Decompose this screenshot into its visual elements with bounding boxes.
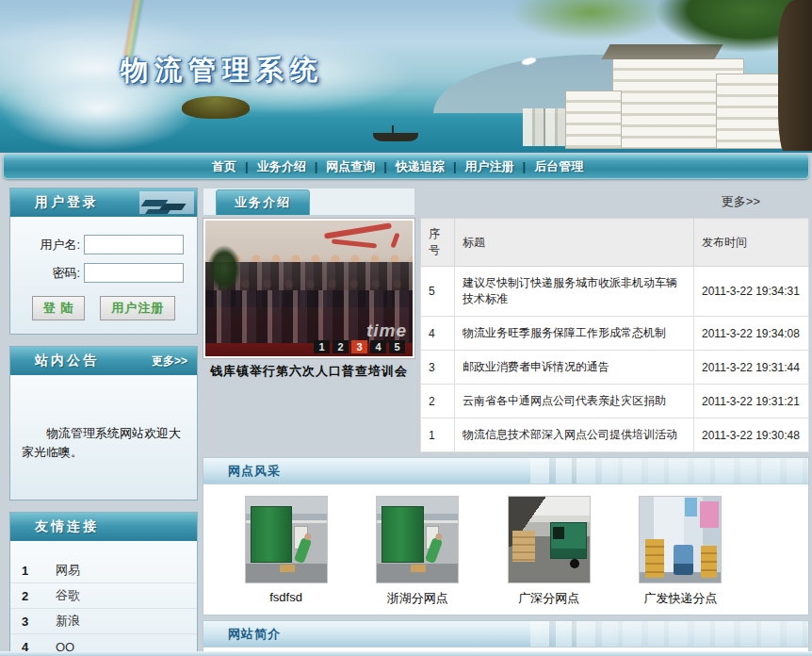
- news-id: 4: [421, 317, 455, 351]
- scenic-header-image: [530, 621, 808, 647]
- nav-item-home[interactable]: 首页: [203, 158, 245, 175]
- news-time: 2011-3-22 19:34:08: [694, 317, 809, 351]
- calligraphy-stroke: [324, 222, 392, 238]
- table-row: 2 云南省各中通网点公司代表亲赴灾区捐助 2011-3-22 19:31:21: [421, 385, 809, 418]
- news-more-link[interactable]: 更多>>: [722, 193, 760, 210]
- branch-photo-thumbnail[interactable]: [376, 496, 459, 583]
- carousel-caption[interactable]: 钱库镇举行第六次人口普查培训会: [203, 359, 415, 384]
- rooftop-decoration-image: [139, 191, 194, 214]
- nav-item-express-tracking[interactable]: 快递追踪: [387, 158, 453, 175]
- house-shape: [716, 74, 782, 149]
- table-header-row: 序号 标题 发布时间: [421, 219, 809, 267]
- nav-item-user-register[interactable]: 用户注册: [457, 158, 523, 175]
- link-index: 1: [10, 564, 56, 578]
- sign-shape: [700, 501, 719, 528]
- gallery-caption[interactable]: 广深分网点: [518, 590, 579, 607]
- gallery-body: fsdfsd 浙湖分网点: [203, 484, 808, 615]
- list-item: 广深分网点: [489, 496, 609, 607]
- gallery-caption[interactable]: 广发快递分点: [643, 590, 717, 607]
- branch-photo-thumbnail[interactable]: [508, 496, 591, 583]
- boxes-shape: [512, 531, 535, 562]
- news-table-container: 序号 标题 发布时间 5 建议尽快制订快递服务城市收派非机动车辆技术标准 201…: [420, 218, 809, 452]
- links-panel-title: 友情连接: [20, 518, 99, 535]
- carousel-page-3-active[interactable]: 3: [351, 340, 367, 353]
- table-row: 4 物流业务旺季服务保障工作形成常态机制 2011-3-22 19:34:08: [421, 317, 809, 351]
- news-id: 2: [421, 385, 455, 418]
- sign-shape: [685, 498, 698, 517]
- notice-panel: 站内公告 更多>> 物流管理系统网站欢迎大家光临噢。: [9, 346, 198, 500]
- photo-carousel: time 1 2 3 4 5 钱库镇举行第六次人口普查培训会: [203, 218, 415, 452]
- col-header-title: 标题: [455, 219, 694, 267]
- carousel-pagination: 1 2 3 4 5: [314, 340, 405, 353]
- page-content: 用户登录 用户名: 密码: 登 陆 用户注册 站内公告: [0, 181, 812, 656]
- gallery-section-header: 网点风采: [203, 458, 808, 484]
- username-label: 用户名:: [24, 237, 80, 254]
- nav-item-business-intro[interactable]: 业务介绍: [249, 158, 315, 175]
- list-item: 2 谷歌: [10, 583, 197, 609]
- about-section-title: 网站简介: [203, 626, 281, 643]
- password-row: 密码:: [18, 263, 189, 283]
- table-row: 5 建议尽快制订快递服务城市收派非机动车辆技术标准 2011-3-22 19:3…: [421, 267, 809, 317]
- link-index: 3: [10, 615, 56, 629]
- wheel-shape: [570, 559, 579, 568]
- gallery-caption[interactable]: 浙湖分网点: [387, 590, 448, 607]
- scenic-header-image: [530, 458, 808, 484]
- news-title-link[interactable]: 邮政业消费者申诉情况的通告: [455, 351, 694, 385]
- news-title-link[interactable]: 建议尽快制订快递服务城市收派非机动车辆技术标准: [455, 267, 694, 317]
- news-time: 2011-3-22 19:30:48: [694, 418, 809, 452]
- carousel-page-1[interactable]: 1: [314, 340, 330, 353]
- notice-more-link[interactable]: 更多>>: [152, 353, 187, 369]
- table-row: 1 物流信息技术部深入网点公司提供培训活动 2011-3-22 19:30:48: [421, 418, 809, 452]
- notice-content: 物流管理系统网站欢迎大家光临噢。: [10, 375, 197, 500]
- nav-item-branch-query[interactable]: 网点查询: [317, 158, 383, 175]
- truck-body-shape: [550, 522, 588, 558]
- list-item: 3 新浪: [10, 609, 197, 634]
- news-title-link[interactable]: 物流业务旺季服务保障工作形成常态机制: [455, 317, 694, 351]
- notice-text: 物流管理系统网站欢迎大家光临噢。: [22, 424, 186, 461]
- branch-photo-thumbnail[interactable]: [639, 496, 722, 583]
- tab-bar: 业务介绍: [203, 188, 415, 216]
- goods-shape: [411, 565, 426, 572]
- link-netease[interactable]: 网易: [56, 562, 80, 579]
- news-title-link[interactable]: 云南省各中通网点公司代表亲赴灾区捐助: [455, 385, 694, 418]
- carousel-photo[interactable]: time 1 2 3 4 5: [205, 221, 413, 356]
- nav-item-admin[interactable]: 后台管理: [526, 158, 592, 175]
- login-form: 用户名: 密码: 登 陆 用户注册: [10, 217, 197, 334]
- island-shape: [182, 96, 250, 119]
- main-navigation: 首页 | 业务介绍 | 网点查询 | 快递追踪 | 用户注册 | 后台管理: [3, 154, 809, 179]
- news-title-link[interactable]: 物流信息技术部深入网点公司提供培训活动: [455, 418, 694, 452]
- banner: 物流管理系统: [0, 0, 812, 153]
- carousel-page-4[interactable]: 4: [370, 340, 386, 353]
- link-google[interactable]: 谷歌: [56, 587, 80, 604]
- about-section-header: 网站简介: [203, 621, 808, 648]
- login-buttons: 登 陆 用户注册: [18, 296, 189, 320]
- main-area: 业务介绍 更多>> time 1: [203, 188, 809, 656]
- password-label: 密码:: [24, 265, 80, 282]
- news-time: 2011-3-22 19:31:21: [694, 385, 809, 418]
- branch-photo-thumbnail[interactable]: [245, 496, 328, 583]
- boat-shape: [373, 133, 418, 141]
- truck-body-shape: [251, 506, 293, 563]
- notice-panel-title: 站内公告: [20, 353, 99, 369]
- list-item: fsdfsd: [226, 496, 347, 607]
- link-sina[interactable]: 新浪: [56, 613, 80, 630]
- password-input[interactable]: [84, 263, 184, 283]
- login-button[interactable]: 登 陆: [32, 296, 86, 320]
- username-input[interactable]: [84, 235, 184, 254]
- gallery-section-title: 网点风采: [203, 463, 281, 480]
- goods-stack-shape: [701, 546, 717, 579]
- carousel-page-5[interactable]: 5: [389, 340, 405, 353]
- register-button[interactable]: 用户注册: [100, 296, 175, 320]
- tab-business-intro[interactable]: 业务介绍: [216, 189, 310, 215]
- footer-strip: [0, 651, 812, 656]
- carousel-photo-frame: time 1 2 3 4 5: [203, 218, 415, 359]
- col-header-time: 发布时间: [694, 219, 809, 267]
- goods-shape: [280, 565, 295, 572]
- goods-stack-shape: [645, 539, 664, 579]
- list-item: 1 网易: [10, 558, 197, 583]
- photo-watermark: time: [366, 320, 407, 341]
- carousel-page-2[interactable]: 2: [333, 340, 349, 353]
- news-id: 3: [421, 351, 455, 385]
- gallery-caption[interactable]: fsdfsd: [269, 590, 302, 604]
- cart-shape: [674, 545, 693, 575]
